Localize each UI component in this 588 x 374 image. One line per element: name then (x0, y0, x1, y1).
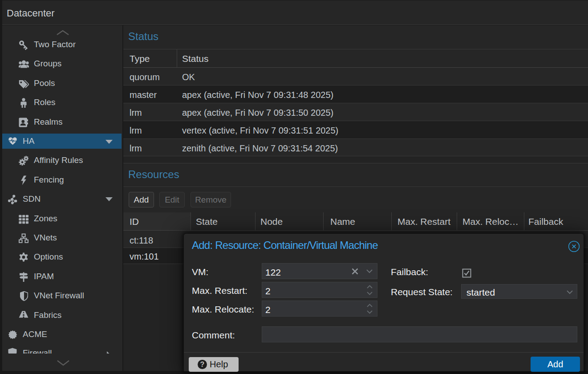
svg-text:?: ? (200, 361, 204, 368)
